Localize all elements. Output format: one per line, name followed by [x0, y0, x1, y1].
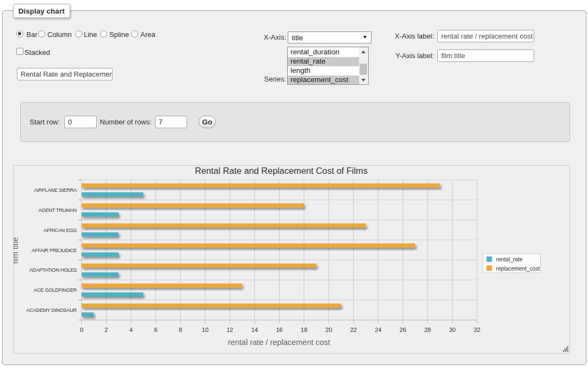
svg-text:12: 12: [226, 327, 233, 333]
svg-text:4: 4: [129, 327, 133, 333]
svg-text:film title: film title: [14, 237, 20, 264]
svg-text:ACE GOLDFINGER: ACE GOLDFINGER: [34, 287, 77, 293]
svg-text:AFRICAN EGG: AFRICAN EGG: [44, 228, 77, 233]
svg-text:32: 32: [474, 327, 480, 333]
svg-text:24: 24: [375, 327, 381, 333]
svg-text:ACADEMY DINOSAUR: ACADEMY DINOSAUR: [26, 308, 77, 313]
svg-text:28: 28: [424, 327, 431, 333]
svg-text:AFFAIR PREJUDICE: AFFAIR PREJUDICE: [32, 248, 77, 253]
svg-text:rental rate / replacement cost: rental rate / replacement cost: [228, 338, 330, 347]
svg-text:10: 10: [202, 327, 208, 333]
svg-text:ADAPTATION HOLES: ADAPTATION HOLES: [29, 267, 77, 273]
svg-text:AIRPLANE SIERRA: AIRPLANE SIERRA: [34, 187, 77, 193]
svg-text:replacement_cost: replacement_cost: [496, 266, 540, 272]
svg-text:Rental Rate and Replacement Co: Rental Rate and Replacement Cost of Film…: [195, 166, 368, 175]
svg-text:16: 16: [276, 327, 282, 333]
svg-text:30: 30: [449, 327, 455, 333]
svg-text:6: 6: [154, 327, 157, 333]
svg-text:22: 22: [350, 327, 357, 333]
svg-text:2: 2: [104, 327, 108, 333]
svg-text:14: 14: [251, 327, 258, 333]
svg-text:18: 18: [301, 327, 307, 333]
svg-text:20: 20: [325, 327, 332, 333]
svg-text:0: 0: [80, 327, 83, 333]
svg-text:AGENT TRUMAN: AGENT TRUMAN: [39, 208, 77, 213]
svg-text:26: 26: [400, 327, 406, 333]
svg-text:rental_rate: rental_rate: [496, 256, 523, 262]
svg-text:8: 8: [179, 327, 182, 333]
